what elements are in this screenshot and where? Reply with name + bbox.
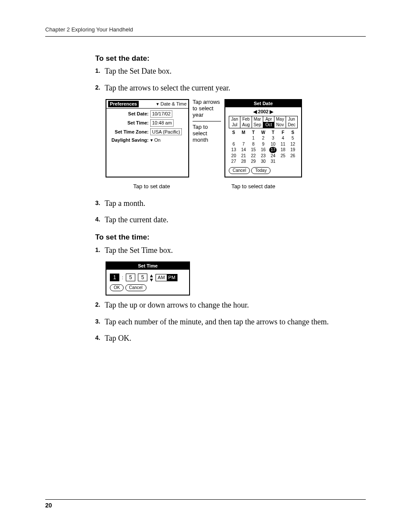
calendar-week: 13141516171819 <box>229 147 298 153</box>
today-button[interactable]: Today <box>251 167 271 174</box>
calendar-day[interactable]: 11 <box>278 141 288 147</box>
calendar-day[interactable]: 3 <box>268 135 278 141</box>
calendar-day[interactable]: 27 <box>229 159 239 165</box>
step-number: 2. <box>95 300 105 310</box>
calendar-day[interactable]: 21 <box>239 153 249 159</box>
dow-cell: W <box>258 130 268 136</box>
calendar-day[interactable]: 31 <box>268 159 278 165</box>
month-grid[interactable]: JanFebMarAprMayJunJulAugSepOctNovDec <box>229 116 298 128</box>
month-cell[interactable]: Oct <box>263 122 274 128</box>
step-number: 3. <box>95 317 105 327</box>
step-text: Tap each number of the minute, and then … <box>105 317 329 327</box>
calendar-day[interactable]: 23 <box>258 153 268 159</box>
month-cell[interactable]: Jul <box>229 122 240 128</box>
month-cell[interactable]: Sep <box>252 122 263 128</box>
calendar-day[interactable]: 20 <box>229 153 239 159</box>
calendar-day <box>288 159 298 165</box>
calendar-day <box>239 135 249 141</box>
calendar-day[interactable]: 9 <box>258 141 268 147</box>
month-cell[interactable]: Jun <box>286 116 297 122</box>
calendar-day[interactable]: 29 <box>249 159 258 165</box>
calendar-day[interactable]: 10 <box>268 141 278 147</box>
heading-set-date: To set the date: <box>95 54 362 64</box>
field-dst[interactable]: ▾ On <box>150 137 161 143</box>
annotation-tap-month: Tap to select month <box>193 124 221 143</box>
month-cell[interactable]: Apr <box>263 116 274 122</box>
minute-tens-field[interactable]: 5 <box>126 274 135 281</box>
calendar-day[interactable]: 1 <box>249 135 258 141</box>
ok-button[interactable]: OK <box>110 284 124 291</box>
running-header: Chapter 2 Exploring Your Handheld <box>45 26 366 37</box>
calendar-day[interactable]: 13 <box>229 147 239 153</box>
month-cell[interactable]: Nov <box>274 122 286 128</box>
am-option[interactable]: AM <box>156 274 167 281</box>
month-cell[interactable]: May <box>274 116 286 122</box>
calendar-day[interactable]: 26 <box>288 153 298 159</box>
calendar-day[interactable]: 2 <box>258 135 268 141</box>
figure-date: Preferences ▾ Date & Time Set Date: 10/1… <box>106 99 362 177</box>
step-text: Tap the Set Time box. <box>105 245 173 255</box>
dow-cell: S <box>288 130 298 136</box>
calendar-week: 20212223242526 <box>229 153 298 159</box>
month-cell[interactable]: Aug <box>240 122 252 128</box>
step-text: Tap OK. <box>105 333 131 343</box>
prefs-menu[interactable]: ▾ Date & Time <box>156 101 187 107</box>
field-set-timezone[interactable]: USA (Pacific) <box>150 128 182 136</box>
year-navigation[interactable]: ◀ 2002 ▶ <box>225 107 301 116</box>
step-number: 2. <box>95 83 105 93</box>
calendar-day[interactable]: 22 <box>249 153 258 159</box>
calendar-day[interactable]: 12 <box>288 141 298 147</box>
calendar-day[interactable]: 30 <box>258 159 268 165</box>
calendar-day[interactable]: 4 <box>278 135 288 141</box>
field-set-time[interactable]: 10:48 am <box>150 119 174 127</box>
preferences-panel: Preferences ▾ Date & Time Set Date: 10/1… <box>106 99 189 177</box>
calendar-day[interactable]: 24 <box>268 153 278 159</box>
month-cell[interactable]: Jan <box>229 116 240 122</box>
steps-set-date: 1. Tap the Set Date box. 2. Tap the arro… <box>95 66 362 93</box>
set-date-title: Set Date <box>225 100 301 107</box>
page-number: 20 <box>45 499 366 510</box>
stepper-icon[interactable]: ▴▾ <box>150 273 153 282</box>
step-text: Tap a month. <box>105 198 145 208</box>
label-set-timezone: Set Time Zone: <box>109 129 150 135</box>
calendar-day[interactable]: 25 <box>278 153 288 159</box>
step-text: Tap the up or down arrows to change the … <box>105 300 249 310</box>
set-time-panel: Set Time 1 : 5 5 ▴▾ AM PM OK Cancel <box>106 261 190 296</box>
calendar-day[interactable]: 17 <box>268 147 278 153</box>
calendar-day[interactable]: 8 <box>249 141 258 147</box>
calendar-day <box>229 135 239 141</box>
month-cell[interactable]: Feb <box>240 116 252 122</box>
step-text: Tap the current date. <box>105 215 168 225</box>
calendar-day[interactable]: 28 <box>239 159 249 165</box>
calendar-day[interactable]: 18 <box>278 147 288 153</box>
step-number: 3. <box>95 198 105 208</box>
ampm-toggle[interactable]: AM PM <box>156 274 177 281</box>
label-set-date: Set Date: <box>109 111 150 117</box>
calendar-day[interactable]: 5 <box>288 135 298 141</box>
calendar-week: 6789101112 <box>229 141 298 147</box>
minute-ones-field[interactable]: 5 <box>138 274 147 281</box>
calendar-day[interactable]: 14 <box>239 147 249 153</box>
calendar-day[interactable]: 6 <box>229 141 239 147</box>
calendar-day[interactable]: 15 <box>249 147 258 153</box>
caption-tap-select-date: Tap to select date <box>231 183 309 190</box>
label-dst: Daylight Saving: <box>109 137 150 143</box>
cancel-button[interactable]: Cancel <box>125 284 146 291</box>
annotations-column: Tap arrows to select year Tap to select … <box>193 99 221 146</box>
calendar-day[interactable]: 19 <box>288 147 298 153</box>
step-number: 1. <box>95 245 105 255</box>
step-number: 1. <box>95 66 105 76</box>
calendar-day[interactable]: 16 <box>258 147 268 153</box>
cancel-button[interactable]: Cancel <box>229 167 250 174</box>
month-cell[interactable]: Dec <box>286 122 297 128</box>
step-number: 4. <box>95 215 105 225</box>
pm-option[interactable]: PM <box>167 274 177 281</box>
caption-tap-set-date: Tap to set date <box>106 183 198 190</box>
step-text: Tap the arrows to select the current yea… <box>105 83 230 93</box>
hour-field[interactable]: 1 <box>110 274 119 281</box>
dow-cell: M <box>239 130 249 136</box>
month-cell[interactable]: Mar <box>252 116 263 122</box>
field-set-date[interactable]: 10/17/02 <box>150 110 172 118</box>
calendar-day[interactable]: 7 <box>239 141 249 147</box>
label-set-time: Set Time: <box>109 120 150 126</box>
